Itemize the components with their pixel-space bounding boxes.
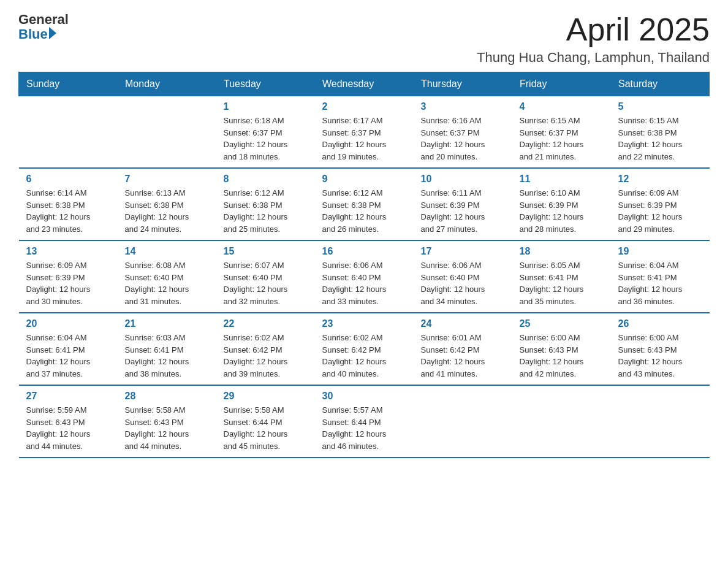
day-info: Sunrise: 6:06 AM Sunset: 6:40 PM Dayligh…: [421, 259, 505, 307]
day-number: 6: [26, 174, 110, 185]
day-info: Sunrise: 6:03 AM Sunset: 6:41 PM Dayligh…: [125, 332, 209, 380]
page-header: General Blue April 2025 Thung Hua Chang,…: [18, 12, 710, 66]
calendar-cell: 2Sunrise: 6:17 AM Sunset: 6:37 PM Daylig…: [315, 96, 414, 169]
calendar-cell: 18Sunrise: 6:05 AM Sunset: 6:41 PM Dayli…: [512, 240, 611, 313]
day-number: 18: [520, 246, 604, 257]
calendar-cell: 16Sunrise: 6:06 AM Sunset: 6:40 PM Dayli…: [315, 240, 414, 313]
week-row-5: 27Sunrise: 5:59 AM Sunset: 6:43 PM Dayli…: [19, 385, 710, 458]
day-number: 22: [224, 318, 308, 329]
header-sunday: Sunday: [19, 72, 118, 96]
calendar-cell: 6Sunrise: 6:14 AM Sunset: 6:38 PM Daylig…: [19, 168, 118, 240]
day-info: Sunrise: 6:04 AM Sunset: 6:41 PM Dayligh…: [618, 259, 702, 307]
calendar-cell: [611, 385, 710, 458]
day-number: 28: [125, 391, 209, 402]
day-info: Sunrise: 6:07 AM Sunset: 6:40 PM Dayligh…: [224, 259, 308, 307]
calendar-cell: 14Sunrise: 6:08 AM Sunset: 6:40 PM Dayli…: [118, 240, 216, 313]
day-number: 25: [520, 318, 604, 329]
day-number: 24: [421, 318, 505, 329]
header-wednesday: Wednesday: [315, 72, 414, 96]
day-number: 16: [322, 246, 406, 257]
day-number: 27: [26, 391, 110, 402]
day-number: 30: [322, 391, 406, 402]
day-info: Sunrise: 6:12 AM Sunset: 6:38 PM Dayligh…: [224, 187, 308, 235]
calendar-cell: 11Sunrise: 6:10 AM Sunset: 6:39 PM Dayli…: [512, 168, 611, 240]
calendar-cell: 17Sunrise: 6:06 AM Sunset: 6:40 PM Dayli…: [414, 240, 512, 313]
day-number: 26: [618, 318, 702, 329]
logo-arrow-icon: [49, 27, 56, 39]
day-info: Sunrise: 6:16 AM Sunset: 6:37 PM Dayligh…: [421, 115, 505, 163]
calendar-cell: 5Sunrise: 6:15 AM Sunset: 6:38 PM Daylig…: [611, 96, 710, 169]
calendar-cell: [512, 385, 611, 458]
day-info: Sunrise: 6:13 AM Sunset: 6:38 PM Dayligh…: [125, 187, 209, 235]
day-number: 3: [421, 101, 505, 112]
day-number: 17: [421, 246, 505, 257]
calendar-cell: 27Sunrise: 5:59 AM Sunset: 6:43 PM Dayli…: [19, 385, 118, 458]
calendar-cell: 12Sunrise: 6:09 AM Sunset: 6:39 PM Dayli…: [611, 168, 710, 240]
calendar-cell: 8Sunrise: 6:12 AM Sunset: 6:38 PM Daylig…: [216, 168, 315, 240]
calendar-cell: 22Sunrise: 6:02 AM Sunset: 6:42 PM Dayli…: [216, 313, 315, 385]
day-number: 14: [125, 246, 209, 257]
day-info: Sunrise: 5:59 AM Sunset: 6:43 PM Dayligh…: [26, 404, 110, 452]
day-number: 10: [421, 174, 505, 185]
day-info: Sunrise: 6:02 AM Sunset: 6:42 PM Dayligh…: [224, 332, 308, 380]
day-number: 11: [520, 174, 604, 185]
day-info: Sunrise: 6:08 AM Sunset: 6:40 PM Dayligh…: [125, 259, 209, 307]
header-monday: Monday: [118, 72, 216, 96]
month-title: April 2025: [477, 12, 710, 47]
day-number: 29: [224, 391, 308, 402]
day-info: Sunrise: 6:11 AM Sunset: 6:39 PM Dayligh…: [421, 187, 505, 235]
calendar-cell: 29Sunrise: 5:58 AM Sunset: 6:44 PM Dayli…: [216, 385, 315, 458]
day-number: 8: [224, 174, 308, 185]
day-number: 23: [322, 318, 406, 329]
calendar-cell: 15Sunrise: 6:07 AM Sunset: 6:40 PM Dayli…: [216, 240, 315, 313]
calendar-cell: 26Sunrise: 6:00 AM Sunset: 6:43 PM Dayli…: [611, 313, 710, 385]
calendar-cell: 7Sunrise: 6:13 AM Sunset: 6:38 PM Daylig…: [118, 168, 216, 240]
calendar-cell: 9Sunrise: 6:12 AM Sunset: 6:38 PM Daylig…: [315, 168, 414, 240]
week-row-4: 20Sunrise: 6:04 AM Sunset: 6:41 PM Dayli…: [19, 313, 710, 385]
day-info: Sunrise: 6:17 AM Sunset: 6:37 PM Dayligh…: [322, 115, 406, 163]
day-info: Sunrise: 6:18 AM Sunset: 6:37 PM Dayligh…: [224, 115, 308, 163]
day-info: Sunrise: 5:58 AM Sunset: 6:43 PM Dayligh…: [125, 404, 209, 452]
week-row-2: 6Sunrise: 6:14 AM Sunset: 6:38 PM Daylig…: [19, 168, 710, 240]
logo-general-text: General: [18, 12, 69, 27]
header-tuesday: Tuesday: [216, 72, 315, 96]
title-area: April 2025 Thung Hua Chang, Lamphun, Tha…: [477, 12, 710, 66]
day-info: Sunrise: 6:02 AM Sunset: 6:42 PM Dayligh…: [322, 332, 406, 380]
day-number: 12: [618, 174, 702, 185]
day-number: 4: [520, 101, 604, 112]
calendar-cell: 3Sunrise: 6:16 AM Sunset: 6:37 PM Daylig…: [414, 96, 512, 169]
calendar-cell: [118, 96, 216, 169]
day-number: 21: [125, 318, 209, 329]
day-number: 2: [322, 101, 406, 112]
calendar-cell: [19, 96, 118, 169]
day-info: Sunrise: 6:09 AM Sunset: 6:39 PM Dayligh…: [618, 187, 702, 235]
day-info: Sunrise: 6:05 AM Sunset: 6:41 PM Dayligh…: [520, 259, 604, 307]
day-info: Sunrise: 6:00 AM Sunset: 6:43 PM Dayligh…: [618, 332, 702, 380]
week-row-1: 1Sunrise: 6:18 AM Sunset: 6:37 PM Daylig…: [19, 96, 710, 169]
calendar-cell: 30Sunrise: 5:57 AM Sunset: 6:44 PM Dayli…: [315, 385, 414, 458]
calendar-cell: 1Sunrise: 6:18 AM Sunset: 6:37 PM Daylig…: [216, 96, 315, 169]
logo-blue-text: Blue: [18, 27, 48, 42]
day-info: Sunrise: 6:10 AM Sunset: 6:39 PM Dayligh…: [520, 187, 604, 235]
logo: General Blue: [18, 12, 69, 42]
day-info: Sunrise: 6:12 AM Sunset: 6:38 PM Dayligh…: [322, 187, 406, 235]
calendar-cell: 19Sunrise: 6:04 AM Sunset: 6:41 PM Dayli…: [611, 240, 710, 313]
location-title: Thung Hua Chang, Lamphun, Thailand: [477, 50, 710, 66]
day-number: 1: [224, 101, 308, 112]
calendar-cell: [414, 385, 512, 458]
day-info: Sunrise: 6:06 AM Sunset: 6:40 PM Dayligh…: [322, 259, 406, 307]
day-number: 5: [618, 101, 702, 112]
day-info: Sunrise: 6:15 AM Sunset: 6:37 PM Dayligh…: [520, 115, 604, 163]
day-number: 15: [224, 246, 308, 257]
day-info: Sunrise: 6:04 AM Sunset: 6:41 PM Dayligh…: [26, 332, 110, 380]
calendar-cell: 20Sunrise: 6:04 AM Sunset: 6:41 PM Dayli…: [19, 313, 118, 385]
calendar-cell: 13Sunrise: 6:09 AM Sunset: 6:39 PM Dayli…: [19, 240, 118, 313]
calendar-cell: 4Sunrise: 6:15 AM Sunset: 6:37 PM Daylig…: [512, 96, 611, 169]
calendar-table: Sunday Monday Tuesday Wednesday Thursday…: [18, 72, 710, 458]
header-friday: Friday: [512, 72, 611, 96]
day-number: 19: [618, 246, 702, 257]
week-row-3: 13Sunrise: 6:09 AM Sunset: 6:39 PM Dayli…: [19, 240, 710, 313]
weekday-header-row: Sunday Monday Tuesday Wednesday Thursday…: [19, 72, 710, 96]
day-number: 7: [125, 174, 209, 185]
day-info: Sunrise: 5:58 AM Sunset: 6:44 PM Dayligh…: [224, 404, 308, 452]
